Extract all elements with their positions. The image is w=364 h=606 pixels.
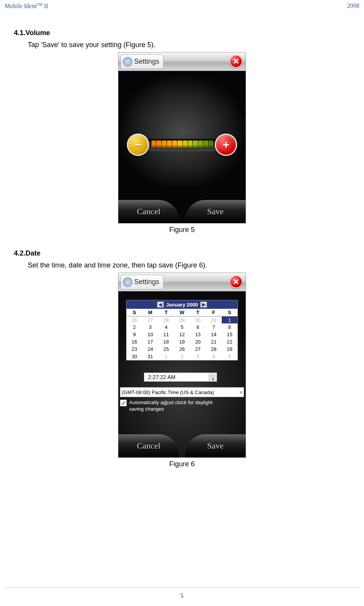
settings-tab[interactable]: Settings <box>121 54 163 69</box>
calendar-day[interactable]: 31 <box>142 353 158 360</box>
volume-plus-button[interactable]: + <box>215 134 237 156</box>
volume-control: − + <box>125 129 239 161</box>
doc-title: Mobile IdentTM II <box>5 2 48 10</box>
calendar-day[interactable]: 1 <box>222 316 238 323</box>
timezone-select[interactable]: (GMT-08:00) Pacific Time (US & Canada) v <box>120 387 244 397</box>
calendar-day[interactable]: 18 <box>158 338 174 345</box>
calendar-day[interactable]: 7 <box>206 323 222 331</box>
calendar-day[interactable]: 25 <box>158 345 174 353</box>
spinner-down-icon[interactable]: ▼ <box>209 377 217 381</box>
calendar-day[interactable]: 3 <box>190 353 206 360</box>
date-screenshot: Settings ✕ ◀ January 2000 ▶ SMTWTFS 2627… <box>118 273 246 458</box>
calendar-day[interactable]: 22 <box>222 338 238 345</box>
calendar-day[interactable]: 31 <box>206 316 222 323</box>
settings-label: Settings <box>134 278 159 286</box>
volume-segment <box>172 140 177 149</box>
calendar-day[interactable]: 4 <box>206 353 222 360</box>
calendar-day[interactable]: 26 <box>174 345 190 353</box>
spinner-up-icon[interactable]: ▲ <box>209 373 217 377</box>
volume-segment <box>167 140 172 149</box>
calendar-day[interactable]: 5 <box>222 353 238 360</box>
dropdown-icon: v <box>240 389 242 395</box>
close-button[interactable]: ✕ <box>229 55 243 68</box>
dst-label-line2: saving changes <box>129 406 164 412</box>
doc-title-main: Mobile Ident <box>5 3 37 9</box>
calendar-day[interactable]: 19 <box>174 338 190 345</box>
settings-label: Settings <box>134 58 159 66</box>
calendar-dow: F <box>206 309 222 316</box>
volume-segment <box>183 140 187 149</box>
calendar-day[interactable]: 23 <box>126 345 142 353</box>
calendar-dow: S <box>222 309 238 316</box>
calendar-day[interactable]: 29 <box>222 345 238 353</box>
titlebar: Settings ✕ <box>118 273 246 291</box>
calendar-day[interactable]: 2 <box>174 353 190 360</box>
volume-segment <box>157 140 161 149</box>
volume-minus-button[interactable]: − <box>127 134 149 156</box>
calendar-day[interactable]: 28 <box>206 345 222 353</box>
calendar-day[interactable]: 17 <box>142 338 158 345</box>
save-button[interactable]: Save <box>185 434 246 457</box>
gear-icon <box>123 277 133 287</box>
time-input[interactable]: 2:27:22 AM ▲ ▼ <box>144 372 217 382</box>
calendar-day[interactable]: 24 <box>142 345 158 353</box>
calendar-day[interactable]: 4 <box>158 323 174 331</box>
titlebar: Settings ✕ <box>118 52 246 71</box>
chevron-left-icon: ◀ <box>158 302 162 307</box>
calendar-day[interactable]: 1 <box>158 353 174 360</box>
section-date-num: 4.2. <box>14 249 25 257</box>
calendar-prev-button[interactable]: ◀ <box>157 301 164 308</box>
time-value: 2:27:22 AM <box>144 374 209 380</box>
page-number: 5 <box>0 592 364 599</box>
calendar-day[interactable]: 28 <box>158 316 174 323</box>
calendar-day[interactable]: 29 <box>174 316 190 323</box>
calendar-day[interactable]: 3 <box>142 323 158 331</box>
time-spinner[interactable]: ▲ ▼ <box>209 373 217 381</box>
chevron-right-icon: ▶ <box>202 302 206 307</box>
footer-buttons: Cancel Save <box>118 434 246 457</box>
volume-screenshot: Settings ✕ − + Cancel Save <box>118 52 246 223</box>
calendar-day[interactable]: 10 <box>142 331 158 338</box>
close-icon: ✕ <box>233 57 239 66</box>
cancel-label: Cancel <box>137 207 160 217</box>
calendar-day[interactable]: 30 <box>126 353 142 360</box>
calendar-day[interactable]: 9 <box>126 331 142 338</box>
calendar-day[interactable]: 12 <box>174 331 190 338</box>
cancel-button[interactable]: Cancel <box>118 434 179 457</box>
save-label: Save <box>207 441 224 451</box>
calendar-day[interactable]: 27 <box>190 345 206 353</box>
section-volume-body: Tap 'Save' to save your setting (Figure … <box>28 41 350 49</box>
calendar[interactable]: ◀ January 2000 ▶ SMTWTFS 262728293031123… <box>126 300 238 361</box>
calendar-day[interactable]: 14 <box>206 331 222 338</box>
close-icon: ✕ <box>233 277 239 286</box>
calendar-grid: SMTWTFS 26272829303112345678910111213141… <box>126 309 238 360</box>
doc-year: 2008 <box>347 2 359 10</box>
section-volume-title: Volume <box>25 29 50 37</box>
calendar-day[interactable]: 21 <box>206 338 222 345</box>
calendar-day[interactable]: 5 <box>174 323 190 331</box>
calendar-day[interactable]: 11 <box>158 331 174 338</box>
calendar-dow: W <box>174 309 190 316</box>
calendar-dow: T <box>190 309 206 316</box>
close-button[interactable]: ✕ <box>229 275 243 288</box>
calendar-day[interactable]: 8 <box>222 323 238 331</box>
cancel-button[interactable]: Cancel <box>118 200 179 223</box>
calendar-next-button[interactable]: ▶ <box>200 301 207 308</box>
save-button[interactable]: Save <box>185 200 246 223</box>
calendar-day[interactable]: 6 <box>190 323 206 331</box>
calendar-day[interactable]: 30 <box>190 316 206 323</box>
calendar-day[interactable]: 2 <box>126 323 142 331</box>
timezone-value: (GMT-08:00) Pacific Time (US & Canada) <box>122 389 214 395</box>
dst-row: ✓ Automatically adjust clock for dayligh… <box>120 399 244 412</box>
calendar-day[interactable]: 15 <box>222 331 238 338</box>
calendar-day[interactable]: 26 <box>126 316 142 323</box>
calendar-day[interactable]: 16 <box>126 338 142 345</box>
settings-tab[interactable]: Settings <box>121 275 163 289</box>
doc-title-suffix: II <box>42 3 48 9</box>
section-date-heading: 4.2.Date <box>14 249 350 257</box>
calendar-day[interactable]: 20 <box>190 338 206 345</box>
calendar-day[interactable]: 13 <box>190 331 206 338</box>
footer-buttons: Cancel Save <box>118 200 246 223</box>
dst-checkbox[interactable]: ✓ <box>120 399 127 406</box>
calendar-day[interactable]: 27 <box>142 316 158 323</box>
